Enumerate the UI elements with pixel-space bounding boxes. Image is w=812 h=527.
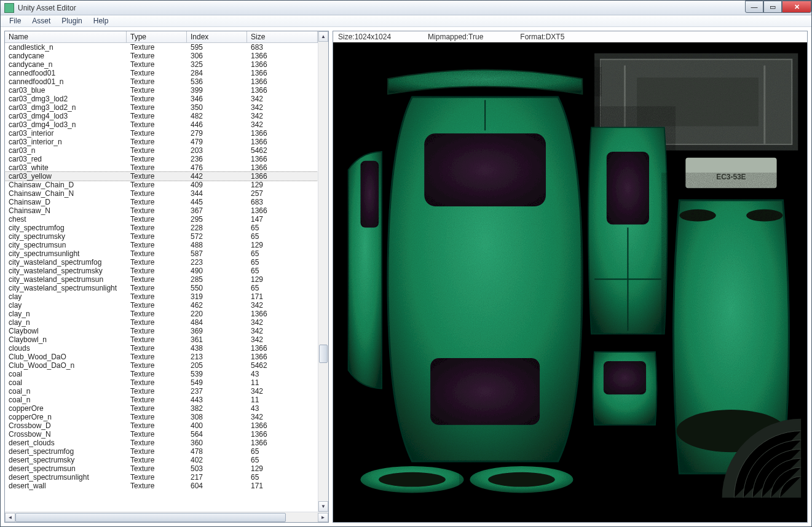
- table-cell: Texture: [127, 146, 187, 155]
- menu-asset[interactable]: Asset: [27, 15, 55, 26]
- table-cell: Texture: [127, 327, 187, 335]
- table-row[interactable]: candlestick_nTexture595683: [5, 43, 318, 52]
- table-row[interactable]: city_spectrumskyTexture57265: [5, 232, 318, 241]
- table-row[interactable]: coalTexture53943: [5, 370, 318, 378]
- column-name[interactable]: Name: [5, 31, 127, 42]
- table-row[interactable]: desert_spectrumfogTexture47865: [5, 447, 318, 456]
- table-row[interactable]: copperOreTexture38243: [5, 404, 318, 413]
- table-row[interactable]: cloudsTexture4381366: [5, 344, 318, 353]
- scroll-right-button[interactable]: ►: [318, 513, 328, 522]
- table-row[interactable]: coal_nTexture237342: [5, 387, 318, 396]
- table-row[interactable]: car03_dmg3_lod2_nTexture350342: [5, 103, 318, 112]
- table-row[interactable]: clay_nTexture484342: [5, 318, 318, 327]
- column-type[interactable]: Type: [127, 31, 187, 42]
- table-row[interactable]: Claybowl_nTexture361342: [5, 335, 318, 344]
- column-size[interactable]: Size: [247, 31, 318, 42]
- hscroll-thumb[interactable]: [15, 513, 286, 522]
- table-cell: Crossbow_N: [5, 430, 127, 439]
- table-cell: 360: [187, 439, 247, 447]
- column-index[interactable]: Index: [187, 31, 247, 42]
- table-row[interactable]: car03_dmg3_lod2Texture346342: [5, 95, 318, 103]
- table-row[interactable]: Club_Wood_DaO_nTexture2055462: [5, 361, 318, 370]
- table-row[interactable]: city_wasteland_spectrumsunlightTexture55…: [5, 284, 318, 292]
- table-row[interactable]: Chainsaw_DTexture445683: [5, 198, 318, 206]
- scroll-left-button[interactable]: ◄: [5, 513, 15, 522]
- table-row[interactable]: desert_spectrumskyTexture40265: [5, 456, 318, 464]
- table-row[interactable]: car03_nTexture2035462: [5, 146, 318, 155]
- hscroll-track[interactable]: [15, 513, 318, 522]
- table-row[interactable]: city_wasteland_spectrumsunTexture285129: [5, 275, 318, 284]
- table-row[interactable]: car03_dmg4_lod3_nTexture446342: [5, 120, 318, 129]
- table-row[interactable]: car03_interior_nTexture4791366: [5, 138, 318, 146]
- scroll-down-button[interactable]: ▼: [318, 501, 328, 512]
- table-row[interactable]: copperOre_nTexture308342: [5, 413, 318, 421]
- table-row[interactable]: clay_nTexture2201366: [5, 310, 318, 318]
- texture-info-bar: Size:1024x1024 Mipmapped:True Format:DXT…: [333, 31, 807, 42]
- table-body[interactable]: candlestick_nTexture595683candycaneTextu…: [5, 43, 318, 512]
- table-row[interactable]: coalTexture54911: [5, 378, 318, 387]
- table-row[interactable]: Chainsaw_Chain_NTexture344257: [5, 189, 318, 198]
- table-row[interactable]: clayTexture319171: [5, 292, 318, 301]
- svg-point-20: [488, 472, 555, 487]
- table-row[interactable]: city_wasteland_spectrumfogTexture22365: [5, 258, 318, 267]
- table-cell: 1366: [247, 310, 318, 318]
- table-row[interactable]: car03_whiteTexture4761366: [5, 163, 318, 172]
- table-row[interactable]: city_spectrumsunlightTexture58765: [5, 249, 318, 258]
- table-cell: city_wasteland_spectrumfog: [5, 258, 127, 267]
- table-row[interactable]: coal_nTexture44311: [5, 396, 318, 404]
- table-row[interactable]: cannedfood01Texture2841366: [5, 69, 318, 77]
- table-row[interactable]: car03_interiorTexture2791366: [5, 129, 318, 138]
- table-row[interactable]: car03_dmg4_lod3Texture482342: [5, 112, 318, 120]
- table-row[interactable]: desert_wallTexture604171: [5, 482, 318, 490]
- table-row[interactable]: Club_Wood_DaOTexture2131366: [5, 353, 318, 361]
- minimize-button[interactable]: —: [745, 1, 763, 13]
- table-row[interactable]: city_spectrumfogTexture22865: [5, 224, 318, 232]
- table-row[interactable]: chestTexture295147: [5, 215, 318, 224]
- table-cell: city_spectrumsun: [5, 241, 127, 249]
- table-row[interactable]: Crossbow_NTexture5641366: [5, 430, 318, 439]
- table-row[interactable]: candycane_nTexture3251366: [5, 60, 318, 69]
- table-row[interactable]: desert_spectrumsunlightTexture21765: [5, 473, 318, 482]
- table-cell: 325: [187, 60, 247, 69]
- scroll-thumb[interactable]: [319, 345, 328, 363]
- table-row[interactable]: Crossbow_DTexture4001366: [5, 421, 318, 430]
- table-row[interactable]: Chainsaw_Chain_DTexture409129: [5, 181, 318, 189]
- vertical-scrollbar[interactable]: ▲ ▼: [318, 31, 328, 512]
- svg-rect-3: [637, 77, 759, 126]
- table-row[interactable]: desert_cloudsTexture3601366: [5, 439, 318, 447]
- table-cell: Texture: [127, 138, 187, 146]
- table-row[interactable]: car03_redTexture2361366: [5, 155, 318, 163]
- menu-file[interactable]: File: [4, 15, 26, 26]
- table-cell: 223: [187, 258, 247, 267]
- scroll-up-button[interactable]: ▲: [318, 31, 328, 42]
- table-cell: Texture: [127, 163, 187, 172]
- horizontal-scrollbar[interactable]: ◄ ►: [5, 512, 328, 522]
- table-row[interactable]: car03_blueTexture3991366: [5, 86, 318, 95]
- table-cell: Chainsaw_N: [5, 206, 127, 215]
- close-button[interactable]: ✕: [782, 1, 811, 13]
- table-cell: chest: [5, 215, 127, 224]
- table-row[interactable]: city_spectrumsunTexture488129: [5, 241, 318, 249]
- table-cell: Texture: [127, 378, 187, 387]
- table-row[interactable]: candycaneTexture3061366: [5, 52, 318, 60]
- table-cell: Texture: [127, 189, 187, 198]
- table-row[interactable]: ClaybowlTexture369342: [5, 327, 318, 335]
- table-row[interactable]: desert_spectrumsunTexture503129: [5, 464, 318, 473]
- table-cell: 1366: [247, 439, 318, 447]
- table-cell: Texture: [127, 310, 187, 318]
- menu-help[interactable]: Help: [89, 15, 114, 26]
- table-row[interactable]: Chainsaw_NTexture3671366: [5, 206, 318, 215]
- menubar: File Asset Plugin Help: [1, 15, 811, 27]
- table-row[interactable]: city_wasteland_spectrumskyTexture49065: [5, 267, 318, 275]
- table-cell: Texture: [127, 232, 187, 241]
- table-row[interactable]: cannedfood01_nTexture5361366: [5, 77, 318, 86]
- maximize-button[interactable]: ▭: [763, 1, 782, 13]
- table-row[interactable]: clayTexture462342: [5, 301, 318, 310]
- titlebar[interactable]: Unity Asset Editor — ▭ ✕: [1, 1, 811, 15]
- table-cell: Texture: [127, 224, 187, 232]
- table-cell: 369: [187, 327, 247, 335]
- table-cell: Texture: [127, 301, 187, 310]
- table-cell: Texture: [127, 292, 187, 301]
- menu-plugin[interactable]: Plugin: [57, 15, 87, 26]
- table-row[interactable]: car03_yellowTexture4421366: [5, 172, 318, 181]
